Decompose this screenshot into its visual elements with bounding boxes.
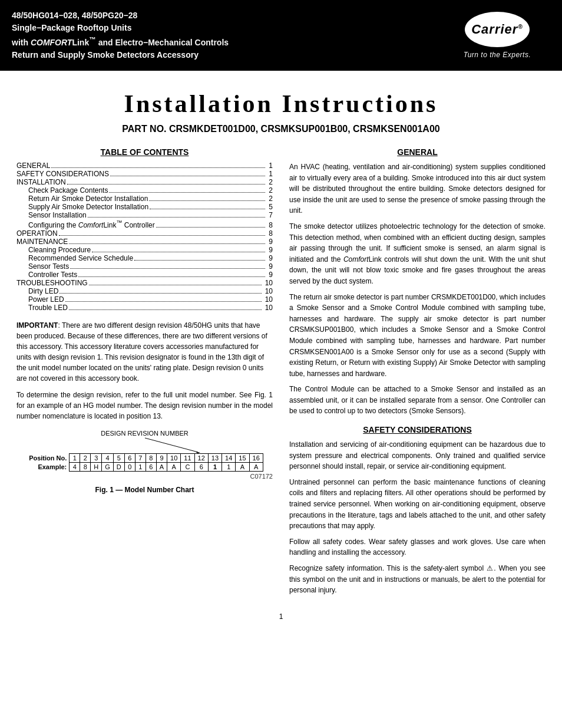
drn-pos-12: 12	[194, 454, 208, 463]
toc-dots	[89, 285, 262, 285]
design-para: To determine the design revision, refer …	[16, 390, 273, 421]
toc-page: 10	[263, 295, 273, 304]
toc-dots	[59, 235, 266, 236]
toc-dots	[156, 227, 266, 228]
safety-p2: Untrained personnel can perform the basi…	[289, 477, 546, 532]
general-body: An HVAC (heating, ventilation and air-co…	[289, 162, 546, 417]
toc-dots	[59, 293, 261, 294]
toc-dots	[65, 301, 262, 302]
safety-title: SAFETY CONSIDERATIONS	[289, 425, 546, 434]
drn-ex-9: A	[156, 463, 167, 472]
toc-page: 2	[266, 178, 273, 186]
toc-item-dirty-led: Dirty LED 10	[16, 287, 273, 295]
col-left: TABLE OF CONTENTS GENERAL 1 SAFETY CONSI…	[16, 147, 273, 494]
drn-pos-10: 10	[167, 454, 181, 463]
toc-item-sensor-tests: Sensor Tests 9	[16, 262, 273, 271]
drn-ex-12: 6	[194, 463, 208, 472]
toc-item-maintenance: MAINTENANCE 9	[16, 238, 273, 246]
drn-arrow-svg	[45, 437, 245, 453]
header-line2: Single−Package Rooftop Units	[12, 22, 444, 34]
header: 48/50HG014−028, 48/50PG20−28 Single−Pack…	[0, 0, 562, 71]
page-footer: 1	[16, 612, 546, 621]
drn-position-label: Position No.	[26, 454, 70, 463]
toc-page: 9	[266, 271, 273, 279]
drn-table: Position No. 1 2 3 4 5 6 7 8 9 10	[26, 453, 263, 472]
drn-ex-3: H	[91, 463, 102, 472]
general-title: GENERAL	[289, 147, 546, 157]
general-p3: The return air smoke detector is part nu…	[289, 292, 546, 380]
header-line3-pre: with	[12, 38, 31, 47]
drn-arrow-row	[16, 437, 273, 453]
safety-p1: Installation and servicing of air-condit…	[289, 439, 546, 472]
toc-label: OPERATION	[16, 229, 58, 238]
toc-page: 10	[263, 287, 273, 295]
drn-pos-6: 6	[124, 454, 135, 463]
drn-header: DESIGN REVISION NUMBER	[16, 430, 273, 437]
toc-item-config: Configuring the ComfortLink™ Controller …	[16, 219, 273, 229]
toc-dots	[109, 192, 265, 193]
toc-item-recommended: Recommended Service Schedule 9	[16, 254, 273, 262]
drn-ex-1: 4	[70, 463, 80, 472]
general-p2: The smoke detector utilizes photoelectri…	[289, 221, 546, 287]
drn-ex-5: D	[113, 463, 124, 472]
svg-marker-1	[196, 452, 200, 453]
toc-item-general: GENERAL 1	[16, 162, 273, 170]
toc-label: MAINTENANCE	[16, 238, 68, 246]
toc-dots	[134, 260, 265, 261]
toc-dots	[70, 268, 265, 269]
doc-title: Installation Instructions	[16, 90, 546, 118]
header-line1: 48/50HG014−028, 48/50PG20−28	[12, 9, 444, 22]
safety-p4: Recognize safety information. This is th…	[289, 563, 546, 596]
drn-example-label: Example:	[26, 463, 70, 472]
toc-item-operation: OPERATION 8	[16, 229, 273, 238]
important-note: IMPORTANT: There are two different desig…	[16, 320, 273, 384]
drn-ex-13: 1	[208, 463, 222, 472]
toc-item-power-led: Power LED 10	[16, 295, 273, 304]
header-line3: with COMFORTLink™ and Electro−Mechanical…	[12, 34, 444, 49]
toc-item-return: Return Air Smoke Detector Installation 2	[16, 195, 273, 203]
header-link: Link	[72, 38, 89, 47]
toc-item-check: Check Package Contents 2	[16, 186, 273, 195]
drn-pos-14: 14	[222, 454, 236, 463]
toc-label: Sensor Installation	[28, 211, 87, 219]
two-col-layout: TABLE OF CONTENTS GENERAL 1 SAFETY CONSI…	[16, 147, 546, 601]
important-text: : There are two different design revisio…	[16, 321, 267, 383]
toc-page: 10	[263, 304, 273, 312]
toc-label: Return Air Smoke Detector Installation	[28, 195, 148, 203]
toc-dots	[150, 209, 265, 209]
carrier-reg: ®	[518, 24, 523, 30]
drn-pos-16: 16	[249, 454, 263, 463]
drn-ex-4: G	[102, 463, 114, 472]
drn-pos-15: 15	[236, 454, 249, 463]
toc-item-sensor: Sensor Installation 7	[16, 211, 273, 219]
drn-ex-8: 6	[146, 463, 156, 472]
toc-page: 7	[266, 211, 273, 219]
toc-item-installation: INSTALLATION 2	[16, 178, 273, 186]
toc-label: Check Package Contents	[28, 186, 108, 195]
drn-table-wrapper: Position No. 1 2 3 4 5 6 7 8 9 10	[16, 453, 273, 472]
drn-pos-3: 3	[91, 454, 102, 463]
toc-dots	[110, 176, 265, 176]
toc-page: 2	[266, 186, 273, 195]
toc-dots	[92, 252, 265, 252]
drn-pos-8: 8	[146, 454, 156, 463]
carrier-logo: Carrier® Turn to the Experts.	[464, 12, 531, 59]
drn-pos-7: 7	[135, 454, 146, 463]
general-p1: An HVAC (heating, ventilation and air-co…	[289, 162, 546, 216]
toc-label: INSTALLATION	[16, 178, 66, 186]
header-title: 48/50HG014−028, 48/50PG20−28 Single−Pack…	[12, 9, 444, 61]
toc-dots	[78, 276, 265, 277]
toc-title: TABLE OF CONTENTS	[16, 147, 273, 157]
header-line3-post: and Electro−Mechanical Controls	[96, 38, 229, 47]
drn-ex-11: C	[181, 463, 194, 472]
col-right: GENERAL An HVAC (heating, ventilation an…	[289, 147, 546, 601]
general-p4: The Control Module can be attached to a …	[289, 384, 546, 417]
toc-label: Sensor Tests	[28, 262, 69, 271]
toc-label: TROUBLESHOOTING	[16, 279, 88, 287]
toc-page: 9	[266, 262, 273, 271]
toc-page: 1	[266, 170, 273, 178]
part-no: PART NO. CRSMKDET001D00, CRSMKSUP001B00,…	[16, 124, 546, 134]
header-right: Carrier® Turn to the Experts.	[444, 12, 550, 59]
drn-pos-2: 2	[80, 454, 91, 463]
toc-page: 9	[266, 246, 273, 254]
